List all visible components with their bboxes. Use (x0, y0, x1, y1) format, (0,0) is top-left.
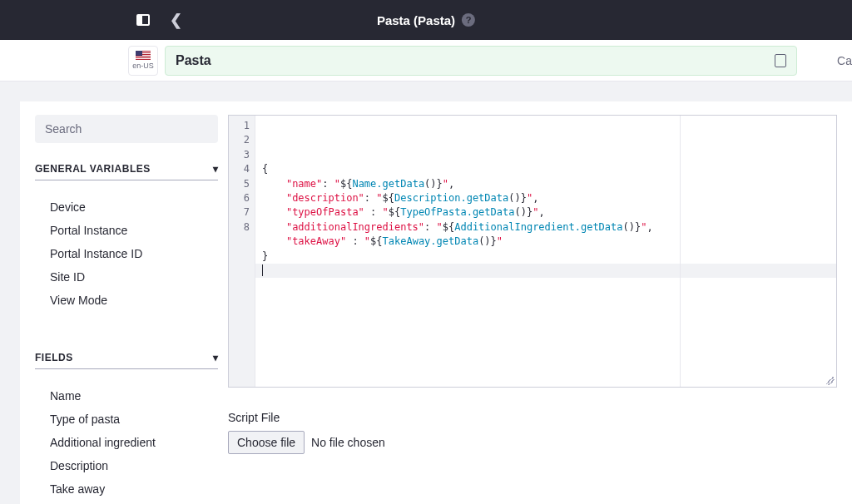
var-portal-instance-id[interactable]: Portal Instance ID (35, 242, 218, 265)
general-variables-list: Device Portal Instance Portal Instance I… (35, 195, 218, 312)
topbar: ❮ Pasta (Pasta) ? (0, 0, 852, 40)
sidebar: Search GENERAL VARIABLES ▾ Device Portal… (35, 115, 228, 504)
code-content[interactable]: { "name": "${Name.getData()}", "descript… (255, 116, 836, 387)
cancel-button[interactable]: Ca (837, 54, 852, 67)
field-type-of-pasta[interactable]: Type of pasta (35, 408, 218, 431)
line-gutter: 12345678 (229, 116, 255, 387)
field-take-away[interactable]: Take away (35, 477, 218, 501)
script-file-label: Script File (228, 411, 837, 424)
help-icon[interactable]: ? (462, 13, 475, 27)
var-view-mode[interactable]: View Mode (35, 289, 218, 312)
flag-us-icon (136, 51, 151, 61)
code-editor[interactable]: 12345678 { "name": "${Name.getData()}", … (228, 115, 837, 388)
field-name[interactable]: Name (35, 384, 218, 408)
title-input[interactable]: Pasta (165, 46, 797, 76)
page-title: Pasta (Pasta) ? (377, 13, 475, 27)
chevron-down-icon: ▾ (213, 163, 219, 175)
section-fields[interactable]: FIELDS ▾ (35, 352, 218, 369)
section-general-variables[interactable]: GENERAL VARIABLES ▾ (35, 163, 218, 180)
field-additional-ingredient[interactable]: Additional ingredient (35, 431, 218, 454)
resize-handle[interactable] (826, 377, 835, 385)
title-bar: en-US Pasta Ca (0, 40, 852, 82)
chevron-down-icon: ▾ (213, 352, 219, 363)
back-button[interactable]: ❮ (170, 11, 182, 29)
file-status: No file chosen (311, 436, 385, 449)
document-icon (775, 54, 786, 67)
var-site-id[interactable]: Site ID (35, 265, 218, 289)
locale-selector[interactable]: en-US (128, 46, 158, 76)
field-description[interactable]: Description (35, 454, 218, 477)
search-input[interactable]: Search (35, 115, 218, 143)
panel-toggle-icon[interactable] (136, 14, 150, 26)
print-margin (680, 116, 681, 387)
locale-code: en-US (132, 62, 154, 70)
choose-file-button[interactable]: Choose file (228, 431, 305, 454)
fields-list: Name Type of pasta Additional ingredient… (35, 384, 218, 501)
var-device[interactable]: Device (35, 195, 218, 219)
var-portal-instance[interactable]: Portal Instance (35, 219, 218, 242)
